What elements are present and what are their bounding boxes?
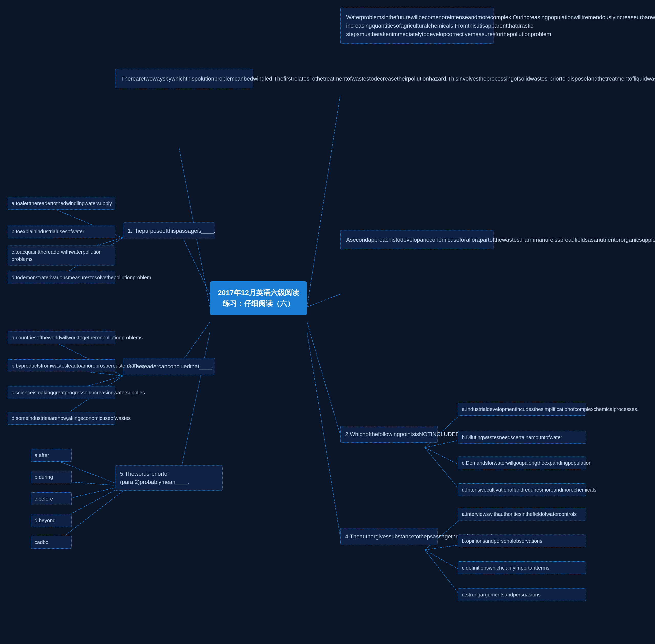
- q5-option-c[interactable]: c.before: [31, 492, 72, 505]
- svg-line-0: [307, 95, 340, 307]
- passage1-text: Waterproblemsinthefuturewillbecomenorein…: [346, 14, 655, 37]
- svg-line-19: [307, 322, 340, 435]
- passage3-text: Therearetwowaysbywhichthispolutionproble…: [121, 75, 655, 82]
- q5-option-d[interactable]: d.beyond: [31, 514, 72, 527]
- passage1-box: Waterproblemsinthefuturewillbecomenorein…: [340, 8, 494, 44]
- svg-line-13: [179, 332, 210, 478]
- q1-option-a[interactable]: a.toalertthereadertothedwindlingwatersup…: [8, 197, 115, 210]
- question4-box: 4.Theauthorgivessubstancetothepsassageth…: [340, 528, 437, 545]
- q4-option-a[interactable]: a.interviewswithauthoritiesinthefieldofw…: [458, 508, 586, 521]
- svg-line-1: [307, 294, 340, 307]
- passage3-box: Therearetwowaysbywhichthispolutionproble…: [115, 69, 253, 88]
- svg-line-22: [425, 447, 460, 465]
- q2-option-b[interactable]: b.Dilutingwastesneedscertainamountofwate…: [458, 431, 586, 444]
- passage2-box: Asecondapproachistodevelopaneconomicusef…: [340, 230, 494, 249]
- question1-text: 1.Thepurposeofthispassageis____.: [128, 228, 215, 234]
- q5-option-a[interactable]: a.after: [31, 449, 72, 462]
- q2-option-c[interactable]: c.Demandsforwaterwillgoupalongtheexpandi…: [458, 457, 586, 469]
- svg-line-23: [425, 447, 460, 491]
- svg-line-3: [179, 230, 210, 294]
- q2-option-d[interactable]: d.Intensivecultivationoflandrequiresmore…: [458, 483, 586, 496]
- q3-option-b[interactable]: b.byproductsfromwastesleadtoamoreprosper…: [8, 359, 115, 372]
- svg-line-28: [425, 550, 460, 596]
- svg-line-24: [307, 332, 340, 537]
- passage2-text: Asecondapproachistodevelopaneconomicusef…: [346, 236, 655, 243]
- q2-option-a[interactable]: a.Industrialdevelopmentincudesthesimplif…: [458, 403, 586, 416]
- q4-option-b[interactable]: b.opinionsandpersonalobservations: [458, 534, 586, 547]
- q5-option-b[interactable]: b.during: [31, 470, 72, 483]
- q3-option-d[interactable]: d.someindustriesarenow,akingeconomicuseo…: [8, 412, 115, 424]
- question5-box: 5.Thewords"priorto"(para.2)probablymean_…: [115, 465, 223, 490]
- q3-option-c[interactable]: c.scienceismakinggreatprogressonincreasi…: [8, 386, 115, 399]
- svg-line-27: [425, 550, 460, 570]
- q5-answer: cadbc: [31, 536, 72, 549]
- question5-text: 5.Thewords"priorto"(para.2)probablymean_…: [120, 470, 189, 485]
- question2-box: 2.WhichofthefollowingpointsisNOTINCLUDED…: [340, 426, 437, 443]
- center-title: 2017年12月英语六级阅读练习：仔细阅读（六）: [210, 281, 307, 315]
- q1-option-c[interactable]: c.toacquaintthereaderwithwaterpollution …: [8, 246, 115, 266]
- q4-option-c[interactable]: c.definitionswhichclarifyimportantterms: [458, 561, 586, 574]
- q1-option-d[interactable]: d.todemonstraterivariousmeasurestosolvet…: [8, 271, 115, 284]
- question1-box: 1.Thepurposeofthispassageis____.: [123, 223, 215, 239]
- q3-option-a[interactable]: a.countriesoftheworldwillworktogetheronp…: [8, 331, 115, 344]
- q4-option-d[interactable]: d.strongargumentsandpersuasions: [458, 588, 586, 601]
- q1-option-b[interactable]: b.toexplainindustrialusesofwater: [8, 225, 115, 238]
- svg-line-26: [425, 545, 460, 550]
